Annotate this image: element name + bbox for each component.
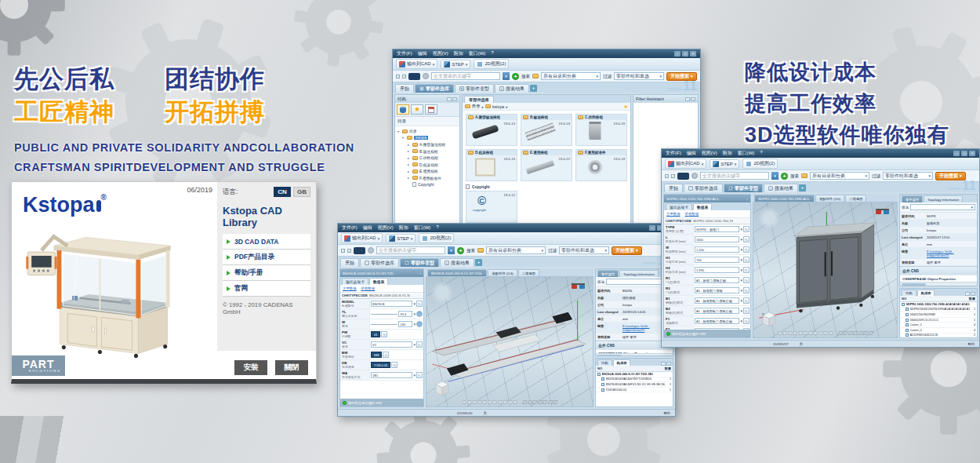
search-mode-toggle[interactable] [408,73,420,80]
expander-icon[interactable]: ▸ [408,143,411,147]
menu-item[interactable]: 视图(V) [433,50,448,57]
expander-icon[interactable]: ▸ [408,156,411,160]
object-properties-header[interactable]: CNSERPBASE Object Properties [900,275,977,282]
tree-item[interactable]: ▸ C.供料模组 [396,155,459,162]
installer-menu-item[interactable]: 3D CAD DATA [223,234,310,250]
bom-row[interactable]: T20l1B1l240-02 1 [596,388,673,393]
menu-item[interactable]: 附加 [399,224,408,232]
tab-part-selection[interactable]: 零部件选库 [360,258,399,267]
tab-search-results[interactable]: ○搜索结果 [440,258,474,267]
tab-search-results[interactable]: ○搜索结果 [764,184,798,192]
tree-item[interactable]: ▾ 目录 [396,128,459,135]
dock-icon[interactable]: ▫ [747,197,748,201]
bom-row[interactable]: SDPR2-1600-1200-760-1990-A1A1A1A1 A1A1A.… [900,302,977,308]
parameter-value-input[interactable]: A1 - 标准面板门-面板正确 [695,297,739,304]
parameter-value-input[interactable]: NM [371,352,382,358]
tree-item[interactable]: ▸ E.通用模组 [396,168,459,175]
part-filter-select[interactable]: 零部件组和单选▾ [614,72,664,80]
dock-icon[interactable]: ▫ [420,272,421,275]
parameter-value-input[interactable]: 41 [371,331,380,337]
new-tab-button[interactable]: + [799,184,806,191]
output-options-tab[interactable]: 输出选项卡 [342,278,368,285]
search-checkbox[interactable]: ✓ [665,174,669,178]
add-search-button[interactable]: + [512,73,519,80]
search-dropdown-button[interactable]: ▾ [448,246,455,254]
catalog-card[interactable]: F.通用标准件 19-6-19 [575,149,627,181]
edit-parameter-button[interactable]: ✎ [743,318,750,324]
copyright-tree-item[interactable]: Copyright [466,184,627,189]
2d-view-button[interactable]: 2D视图(2) [474,59,509,69]
menu-item[interactable]: ? [491,50,493,57]
new-tab-button[interactable]: + [530,85,537,92]
minimize-button[interactable]: – [649,225,655,231]
close-button[interactable]: 關閉 [275,360,308,375]
edit-parameter-button[interactable]: ✎ [743,257,750,263]
catalog-scope-select[interactable]: 所有目录和分类▾ [810,172,869,180]
bom-row[interactable]: 1600120076019M2 1 [900,312,977,318]
fulltext-search-input[interactable]: 全文搜索的关键字 [376,246,445,254]
model-view-tab[interactable]: SDPR2-1600-1200-760-1990-ACL. [754,195,815,202]
3d-glasses-icon[interactable] [572,283,585,288]
close-window-button[interactable]: × [969,151,975,156]
search-checkbox[interactable]: ✓ [396,75,400,78]
tree-item[interactable]: ▸ A.微型输送模组 [396,141,459,148]
3d-glasses-icon[interactable] [876,209,889,213]
parameter-value-input[interactable]: A1 - 标准面门-面板 [695,287,739,293]
catalog-scope-select[interactable]: 所有目录和分类▾ [541,72,601,80]
history-button[interactable] [425,104,437,115]
search-mode-toggle[interactable] [354,247,365,254]
edit-parameter-button[interactable]: ✎ [743,267,750,273]
bom-row[interactable]: SDPR2160012007601990A1A1A1A1A1A1A1 1 [900,308,977,313]
bom-row[interactable]: 16001209C1C1C1C1 1 [900,318,977,323]
horizontal-scrollbar[interactable] [900,282,977,286]
menu-item[interactable]: 窗口(W) [469,50,486,57]
bom-row[interactable]: BSZSLB-1009-240-S-V1-NY-T20l-1B1 [596,372,673,377]
edit-parameter-button[interactable]: ✎ [743,236,750,242]
tab-part-variation[interactable]: ✎零部件变型 [724,184,763,192]
value-table-tab[interactable]: 数值表 [693,203,712,210]
assembly-tab[interactable]: 装配部件 (2/4) [815,195,844,202]
edit-parameter-button[interactable]: ✎ [743,277,750,283]
edit-parameter-button[interactable]: ✎ [416,321,423,327]
minimize-button[interactable]: – [674,51,681,57]
edit-parameter-button[interactable]: ✎ [381,331,387,337]
search-dropdown-button[interactable]: ▾ [503,72,510,80]
parameter-value-input[interactable]: V1 [371,341,412,348]
search-dropdown-button[interactable]: ▾ [771,172,779,180]
parameter-value-input[interactable]: 240 [398,321,412,327]
bom-table-tab[interactable]: 构成表 [917,290,935,296]
breadcrumb-root[interactable]: 目录 [472,104,480,109]
catalog-card[interactable]: C.供料模组 19-6-19 [575,114,627,146]
part-number-tab[interactable]: SDPR2-1600-1200-760-1990-ACL..▫ [664,195,750,202]
status-help[interactable]: 帮助 [967,342,975,346]
parameter-value-input[interactable]: 1B1 [371,372,412,378]
edit-parameter-button[interactable]: ✎ [416,301,423,307]
view-cube[interactable] [433,378,452,397]
search-checkbox[interactable]: ✓ [341,249,345,253]
close-panel-icon[interactable]: × [452,97,457,101]
bom-table-tab[interactable]: 构成表 [613,359,631,366]
edit-parameter-button[interactable]: ✎ [416,372,423,378]
topology-tab[interactable]: Topology Information [924,195,963,202]
menu-item[interactable]: 编辑 [418,50,427,57]
catalog-card[interactable]: B.输送模组 19-6-19 [521,114,572,146]
search-options-icon[interactable] [423,73,429,79]
step-format-button[interactable]: STEP▾ [441,60,470,69]
menu-item[interactable]: ? [760,150,762,157]
edit-parameter-button[interactable]: ✎ [383,352,389,358]
menu-item[interactable]: 编辑 [363,224,372,232]
menu-item[interactable]: 窗口(W) [738,150,755,157]
parameter-value-input[interactable]: A1 - 标准门-面板正确 [695,277,739,283]
2d-view-button[interactable]: 2D视图(2) [742,159,778,169]
tab-start[interactable]: 开始 [664,184,683,192]
bom-structure-tab[interactable]: 结构 [597,359,612,366]
2d-drawing-tab[interactable]: 二维视图 [518,269,539,276]
edit-parameter-button[interactable]: ✎ [743,297,750,304]
edit-parameter-button[interactable]: ✎ [743,246,750,253]
edit-parameter-button[interactable]: ✎ [743,287,750,293]
edit-parameter-button[interactable]: ✎ [743,226,750,232]
export-to-cad-button[interactable]: 输出到CAD▾ [665,159,706,169]
part-filter-select[interactable]: 零部件组和单选▾ [883,172,933,180]
expander-icon[interactable]: ▸ [408,170,411,173]
favorites-button[interactable]: ★ [411,104,423,115]
